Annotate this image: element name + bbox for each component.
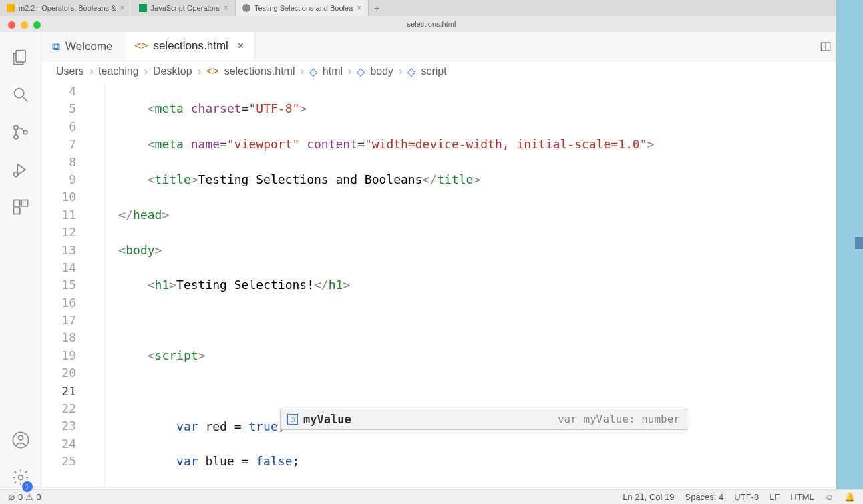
warning-icon: ⚠ — [25, 492, 33, 502]
breadcrumb[interactable]: Users› teaching› Desktop› <> selections.… — [41, 61, 863, 81]
close-icon[interactable]: × — [120, 3, 125, 13]
debug-icon[interactable] — [11, 160, 30, 179]
editor-body[interactable]: 456 789 101112 131415 161718 1920 21 222… — [41, 81, 863, 489]
language-mode[interactable]: HTML — [790, 492, 814, 502]
suggestion-label: myValue — [303, 411, 351, 428]
extensions-icon[interactable] — [11, 198, 30, 216]
new-tab-button[interactable]: + — [369, 3, 385, 13]
accounts-icon[interactable] — [11, 431, 30, 449]
right-decoration — [836, 0, 863, 489]
symbol-icon: ◇ — [407, 65, 415, 78]
favicon-slides-icon — [7, 4, 15, 12]
editor-tab-strip: ⧉ Welcome <> selections.html × ··· — [41, 32, 863, 61]
breadcrumb-segment[interactable]: Desktop — [153, 65, 192, 77]
notifications-icon[interactable]: 🔔 — [844, 492, 855, 502]
svg-point-11 — [18, 435, 23, 440]
browser-tab-0[interactable]: m2.2 - Operators, Booleans & × — [0, 0, 132, 16]
svg-line-2 — [23, 97, 27, 102]
breadcrumb-segment[interactable]: Users — [56, 65, 84, 77]
svg-point-4 — [14, 135, 18, 139]
browser-tab-2[interactable]: Testing Selections and Boolea × — [236, 0, 369, 16]
browser-tab-title: Testing Selections and Boolea — [254, 4, 353, 12]
favicon-js-icon — [139, 4, 147, 12]
browser-tab-title: JavaScript Operators — [151, 4, 220, 12]
status-bar: ⊘0 ⚠0 Ln 21, Col 19 Spaces: 4 UTF-8 LF H… — [0, 489, 863, 504]
breadcrumb-segment[interactable]: html — [323, 65, 343, 77]
settings-container: 1 — [11, 468, 30, 489]
vscode-icon: ⧉ — [52, 40, 60, 53]
svg-rect-0 — [16, 51, 25, 63]
breadcrumb-segment[interactable]: body — [370, 65, 393, 77]
symbol-icon: ◇ — [309, 65, 317, 78]
tab-welcome[interactable]: ⧉ Welcome — [41, 32, 124, 61]
svg-rect-7 — [13, 200, 19, 206]
suggestion-hint: var myValue: number — [558, 411, 680, 428]
encoding[interactable]: UTF-8 — [734, 492, 759, 502]
document-title: selections.html — [0, 16, 863, 32]
minimize-window-button[interactable] — [21, 21, 28, 29]
source-control-icon[interactable] — [11, 123, 30, 142]
browser-tab-title: m2.2 - Operators, Booleans & — [19, 4, 116, 12]
window-controls — [8, 21, 41, 29]
variable-icon: ▢ — [287, 414, 298, 425]
symbol-icon: ◇ — [357, 65, 365, 78]
svg-point-3 — [14, 125, 18, 130]
close-icon[interactable]: × — [357, 3, 361, 13]
error-icon: ⊘ — [8, 492, 15, 502]
favicon-globe-icon — [242, 4, 250, 12]
breadcrumb-segment[interactable]: teaching — [98, 65, 139, 77]
files-icon[interactable] — [11, 48, 30, 67]
breadcrumb-segment[interactable]: script — [421, 65, 446, 77]
svg-rect-9 — [13, 208, 19, 214]
eol[interactable]: LF — [769, 492, 780, 502]
vscode-app: 1 ⧉ Welcome <> selections.html × ··· Use… — [0, 32, 863, 489]
split-editor-icon[interactable] — [820, 41, 832, 53]
close-window-button[interactable] — [8, 21, 15, 29]
tab-label: Welcome — [65, 40, 113, 53]
line-number-gutter: 456 789 101112 131415 161718 1920 21 222… — [41, 81, 90, 489]
tab-label: selections.html — [153, 39, 228, 53]
browser-tab-1[interactable]: JavaScript Operators × — [132, 0, 236, 16]
html-file-icon: <> — [135, 39, 148, 53]
intellisense-popup[interactable]: ▢ myValue var myValue: number — [280, 409, 687, 430]
svg-rect-8 — [21, 200, 27, 206]
indentation[interactable]: Spaces: 4 — [685, 492, 723, 502]
errors-button[interactable]: ⊘0 ⚠0 — [8, 492, 41, 502]
close-icon[interactable]: × — [224, 3, 228, 13]
editor-main: ⧉ Welcome <> selections.html × ··· Users… — [41, 32, 863, 489]
browser-tab-strip: m2.2 - Operators, Booleans & × JavaScrip… — [0, 0, 863, 16]
minimap-marker — [855, 237, 863, 249]
settings-badge: 1 — [22, 481, 33, 492]
svg-point-12 — [18, 475, 23, 480]
svg-point-1 — [14, 89, 23, 98]
activity-bar: 1 — [0, 32, 41, 489]
tab-file[interactable]: <> selections.html × — [124, 32, 256, 61]
close-icon[interactable]: × — [238, 40, 244, 52]
html-file-icon: <> — [206, 65, 219, 77]
code-content[interactable]: <meta charset="UTF-8"> <meta name="viewp… — [90, 81, 863, 489]
search-icon[interactable] — [11, 85, 30, 104]
maximize-window-button[interactable] — [33, 21, 41, 29]
breadcrumb-segment[interactable]: selections.html — [224, 65, 295, 77]
cursor-position[interactable]: Ln 21, Col 19 — [623, 492, 674, 502]
feedback-icon[interactable]: ☺ — [825, 492, 834, 502]
